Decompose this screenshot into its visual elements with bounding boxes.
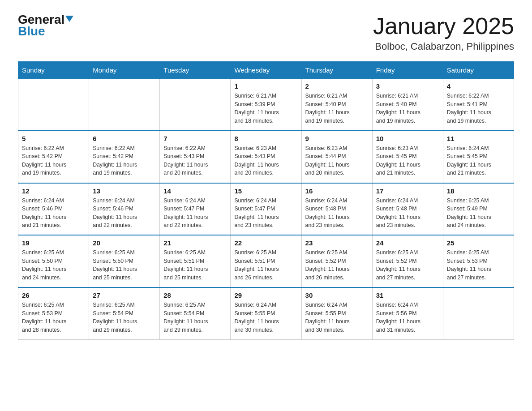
calendar-day-cell: 6Sunrise: 6:22 AMSunset: 5:42 PMDaylight… [89,131,160,183]
day-number: 16 [305,187,369,195]
day-info: Sunrise: 6:24 AMSunset: 5:45 PMDaylight:… [447,144,510,177]
day-number: 11 [447,135,510,142]
calendar-day-cell: 15Sunrise: 6:24 AMSunset: 5:47 PMDayligh… [231,183,301,235]
column-header-monday: Monday [89,62,160,79]
day-number: 23 [305,239,369,247]
calendar-day-cell: 2Sunrise: 6:21 AMSunset: 5:40 PMDaylight… [301,79,372,131]
day-info: Sunrise: 6:22 AMSunset: 5:43 PMDaylight:… [163,144,227,177]
day-info: Sunrise: 6:23 AMSunset: 5:44 PMDaylight:… [305,144,369,177]
calendar-day-cell: 24Sunrise: 6:25 AMSunset: 5:52 PMDayligh… [372,235,443,287]
day-info: Sunrise: 6:25 AMSunset: 5:52 PMDaylight:… [305,248,369,282]
calendar-day-cell: 5Sunrise: 6:22 AMSunset: 5:42 PMDaylight… [18,131,89,183]
calendar-day-cell: 26Sunrise: 6:25 AMSunset: 5:53 PMDayligh… [18,287,89,339]
day-number: 30 [305,291,369,299]
day-info: Sunrise: 6:25 AMSunset: 5:50 PMDaylight:… [22,248,85,282]
day-number: 19 [22,239,85,247]
day-number: 27 [93,291,156,299]
calendar-week-row: 26Sunrise: 6:25 AMSunset: 5:53 PMDayligh… [18,287,514,339]
column-header-wednesday: Wednesday [231,62,301,79]
day-number: 20 [93,239,156,247]
calendar-day-cell [18,79,89,131]
calendar-day-cell: 9Sunrise: 6:23 AMSunset: 5:44 PMDaylight… [301,131,372,183]
calendar-day-cell: 12Sunrise: 6:24 AMSunset: 5:46 PMDayligh… [18,183,89,235]
calendar-day-cell [160,79,231,131]
calendar-week-row: 19Sunrise: 6:25 AMSunset: 5:50 PMDayligh… [18,235,514,287]
calendar-day-cell: 1Sunrise: 6:21 AMSunset: 5:39 PMDaylight… [231,79,301,131]
day-info: Sunrise: 6:25 AMSunset: 5:54 PMDaylight:… [163,301,227,334]
calendar-day-cell: 19Sunrise: 6:25 AMSunset: 5:50 PMDayligh… [18,235,89,287]
calendar-day-cell: 29Sunrise: 6:24 AMSunset: 5:55 PMDayligh… [231,287,301,339]
page-header: General Blue January 2025 Bolboc, Calaba… [18,13,514,52]
calendar-week-row: 1Sunrise: 6:21 AMSunset: 5:39 PMDaylight… [18,79,514,131]
day-number: 1 [234,82,297,90]
day-number: 10 [376,135,439,142]
day-number: 8 [234,135,297,142]
calendar-day-cell [89,79,160,131]
calendar-table: SundayMondayTuesdayWednesdayThursdayFrid… [18,61,514,340]
day-number: 4 [447,82,510,90]
day-info: Sunrise: 6:24 AMSunset: 5:47 PMDaylight:… [163,197,227,230]
calendar-day-cell: 27Sunrise: 6:25 AMSunset: 5:54 PMDayligh… [89,287,160,339]
calendar-week-row: 12Sunrise: 6:24 AMSunset: 5:46 PMDayligh… [18,183,514,235]
day-number: 21 [163,239,227,247]
day-number: 17 [376,187,439,195]
day-info: Sunrise: 6:24 AMSunset: 5:55 PMDaylight:… [234,301,297,334]
column-header-friday: Friday [372,62,443,79]
day-number: 2 [305,82,369,90]
day-info: Sunrise: 6:24 AMSunset: 5:46 PMDaylight:… [93,197,156,230]
day-number: 31 [376,291,439,299]
day-number: 13 [93,187,156,195]
day-number: 9 [305,135,369,142]
calendar-header-row: SundayMondayTuesdayWednesdayThursdayFrid… [18,62,514,79]
column-header-tuesday: Tuesday [160,62,231,79]
logo-blue-text: Blue [18,24,45,39]
day-number: 14 [163,187,227,195]
day-info: Sunrise: 6:23 AMSunset: 5:43 PMDaylight:… [234,144,297,177]
calendar-day-cell: 28Sunrise: 6:25 AMSunset: 5:54 PMDayligh… [160,287,231,339]
calendar-day-cell: 31Sunrise: 6:24 AMSunset: 5:56 PMDayligh… [372,287,443,339]
day-info: Sunrise: 6:24 AMSunset: 5:48 PMDaylight:… [376,197,439,230]
day-number: 12 [22,187,85,195]
calendar-day-cell: 16Sunrise: 6:24 AMSunset: 5:48 PMDayligh… [301,183,372,235]
column-header-sunday: Sunday [18,62,89,79]
day-info: Sunrise: 6:25 AMSunset: 5:53 PMDaylight:… [447,248,510,282]
column-header-thursday: Thursday [301,62,372,79]
calendar-day-cell: 17Sunrise: 6:24 AMSunset: 5:48 PMDayligh… [372,183,443,235]
calendar-day-cell: 21Sunrise: 6:25 AMSunset: 5:51 PMDayligh… [160,235,231,287]
day-number: 18 [447,187,510,195]
day-info: Sunrise: 6:22 AMSunset: 5:42 PMDaylight:… [22,144,85,177]
calendar-day-cell: 14Sunrise: 6:24 AMSunset: 5:47 PMDayligh… [160,183,231,235]
logo: General Blue [18,13,73,39]
month-title: January 2025 [373,13,514,39]
title-area: January 2025 Bolboc, Calabarzon, Philipp… [373,13,514,52]
day-info: Sunrise: 6:25 AMSunset: 5:53 PMDaylight:… [22,301,85,334]
day-info: Sunrise: 6:22 AMSunset: 5:42 PMDaylight:… [93,144,156,177]
day-info: Sunrise: 6:23 AMSunset: 5:45 PMDaylight:… [376,144,439,177]
column-header-saturday: Saturday [443,62,514,79]
day-number: 24 [376,239,439,247]
calendar-day-cell: 20Sunrise: 6:25 AMSunset: 5:50 PMDayligh… [89,235,160,287]
day-info: Sunrise: 6:21 AMSunset: 5:40 PMDaylight:… [376,92,439,125]
calendar-day-cell: 3Sunrise: 6:21 AMSunset: 5:40 PMDaylight… [372,79,443,131]
day-number: 5 [22,135,85,142]
day-info: Sunrise: 6:24 AMSunset: 5:46 PMDaylight:… [22,197,85,230]
calendar-day-cell: 11Sunrise: 6:24 AMSunset: 5:45 PMDayligh… [443,131,514,183]
location-title: Bolboc, Calabarzon, Philippines [373,41,514,52]
day-number: 3 [376,82,439,90]
calendar-day-cell: 23Sunrise: 6:25 AMSunset: 5:52 PMDayligh… [301,235,372,287]
day-info: Sunrise: 6:21 AMSunset: 5:40 PMDaylight:… [305,92,369,125]
day-info: Sunrise: 6:25 AMSunset: 5:50 PMDaylight:… [93,248,156,282]
day-number: 26 [22,291,85,299]
day-info: Sunrise: 6:24 AMSunset: 5:55 PMDaylight:… [305,301,369,334]
day-number: 25 [447,239,510,247]
calendar-day-cell: 4Sunrise: 6:22 AMSunset: 5:41 PMDaylight… [443,79,514,131]
calendar-day-cell: 22Sunrise: 6:25 AMSunset: 5:51 PMDayligh… [231,235,301,287]
calendar-day-cell: 25Sunrise: 6:25 AMSunset: 5:53 PMDayligh… [443,235,514,287]
day-info: Sunrise: 6:25 AMSunset: 5:54 PMDaylight:… [93,301,156,334]
day-info: Sunrise: 6:24 AMSunset: 5:47 PMDaylight:… [234,197,297,230]
calendar-day-cell: 8Sunrise: 6:23 AMSunset: 5:43 PMDaylight… [231,131,301,183]
day-info: Sunrise: 6:25 AMSunset: 5:49 PMDaylight:… [447,197,510,230]
day-number: 22 [234,239,297,247]
day-info: Sunrise: 6:25 AMSunset: 5:51 PMDaylight:… [234,248,297,282]
day-number: 29 [234,291,297,299]
